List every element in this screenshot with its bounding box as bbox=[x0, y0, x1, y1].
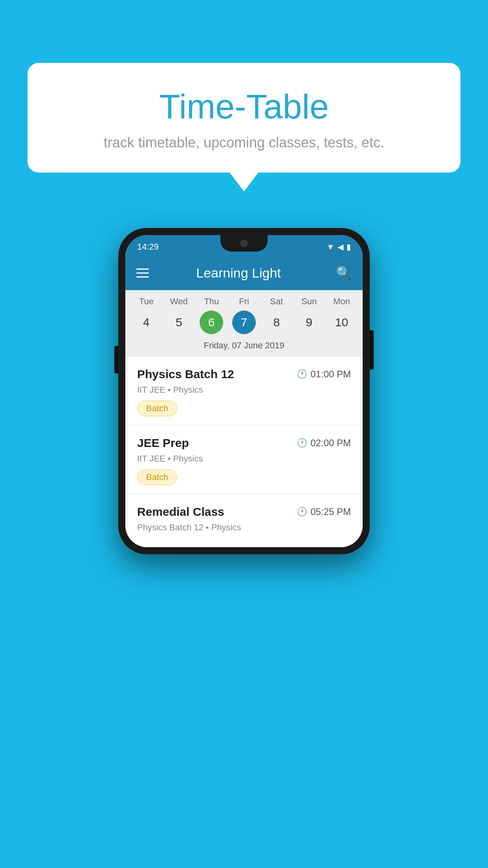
item-time: 🕐01:00 PM bbox=[297, 369, 351, 380]
menu-icon[interactable] bbox=[136, 268, 149, 278]
day-name: Wed bbox=[170, 296, 188, 307]
speech-bubble: Time-Table track timetable, upcoming cla… bbox=[28, 63, 460, 173]
clock-icon: 🕐 bbox=[297, 507, 307, 517]
item-subtitle: IIT JEE • Physics bbox=[137, 454, 351, 464]
batch-tag: Batch bbox=[137, 469, 177, 485]
wifi-icon: ▼ bbox=[327, 243, 334, 252]
phone-mockup: 14:29 ▼ ◀ ▮ Learning Light 🔍 Tue bbox=[118, 228, 370, 554]
item-subtitle: IIT JEE • Physics bbox=[137, 385, 351, 395]
item-title: JEE Prep bbox=[137, 436, 189, 450]
clock-icon: 🕐 bbox=[297, 438, 307, 448]
schedule-item[interactable]: Remedial Class🕐05:25 PMPhysics Batch 12 … bbox=[125, 494, 363, 547]
days-header: Tue4Wed5Thu6Fri7Sat8Sun9Mon10 bbox=[125, 296, 363, 334]
day-col-sun[interactable]: Sun9 bbox=[294, 296, 325, 334]
item-title: Physics Batch 12 bbox=[137, 368, 234, 381]
day-number[interactable]: 10 bbox=[330, 311, 353, 334]
speech-bubble-wrapper: Time-Table track timetable, upcoming cla… bbox=[28, 63, 460, 173]
day-col-tue[interactable]: Tue4 bbox=[131, 296, 161, 334]
time-text: 05:25 PM bbox=[310, 506, 351, 517]
item-header: Physics Batch 12🕐01:00 PM bbox=[137, 368, 351, 381]
phone-notch bbox=[220, 235, 268, 252]
bubble-subtitle: track timetable, upcoming classes, tests… bbox=[59, 134, 429, 151]
day-number[interactable]: 8 bbox=[265, 311, 288, 334]
day-col-mon[interactable]: Mon10 bbox=[326, 296, 357, 334]
calendar-strip: Tue4Wed5Thu6Fri7Sat8Sun9Mon10 Friday, 07… bbox=[125, 290, 363, 357]
phone-outer: 14:29 ▼ ◀ ▮ Learning Light 🔍 Tue bbox=[118, 228, 370, 554]
battery-icon: ▮ bbox=[347, 242, 351, 252]
status-time: 14:29 bbox=[137, 242, 159, 252]
signal-icon: ◀ bbox=[338, 242, 343, 252]
day-col-thu[interactable]: Thu6 bbox=[196, 296, 227, 334]
schedule-item[interactable]: Physics Batch 12🕐01:00 PMIIT JEE • Physi… bbox=[125, 357, 363, 425]
status-icons: ▼ ◀ ▮ bbox=[327, 242, 351, 252]
day-col-sat[interactable]: Sat8 bbox=[261, 296, 292, 334]
schedule-item[interactable]: JEE Prep🕐02:00 PMIIT JEE • PhysicsBatch bbox=[125, 425, 363, 494]
app-bar: Learning Light 🔍 bbox=[125, 256, 363, 290]
batch-tag: Batch bbox=[137, 401, 177, 416]
day-col-wed[interactable]: Wed5 bbox=[163, 296, 194, 334]
day-number[interactable]: 5 bbox=[167, 311, 191, 334]
selected-date-label: Friday, 07 June 2019 bbox=[125, 334, 363, 357]
item-header: Remedial Class🕐05:25 PM bbox=[137, 505, 351, 519]
day-name: Tue bbox=[139, 296, 154, 307]
item-title: Remedial Class bbox=[137, 505, 224, 519]
day-name: Fri bbox=[239, 296, 249, 307]
search-icon[interactable]: 🔍 bbox=[336, 265, 352, 280]
app-title: Learning Light bbox=[150, 265, 327, 281]
time-text: 02:00 PM bbox=[310, 438, 351, 449]
day-name: Sat bbox=[270, 296, 283, 307]
clock-icon: 🕐 bbox=[297, 369, 307, 379]
item-time: 🕐05:25 PM bbox=[297, 506, 351, 517]
day-number[interactable]: 9 bbox=[297, 311, 321, 334]
day-name: Thu bbox=[204, 296, 219, 307]
item-time: 🕐02:00 PM bbox=[297, 438, 351, 449]
camera bbox=[240, 240, 248, 247]
time-text: 01:00 PM bbox=[310, 369, 351, 380]
day-col-fri[interactable]: Fri7 bbox=[229, 296, 259, 334]
phone-screen: 14:29 ▼ ◀ ▮ Learning Light 🔍 Tue bbox=[125, 235, 363, 547]
day-number[interactable]: 4 bbox=[134, 311, 158, 334]
day-number[interactable]: 6 bbox=[200, 311, 223, 334]
day-name: Mon bbox=[333, 296, 350, 307]
bubble-title: Time-Table bbox=[59, 86, 429, 127]
day-name: Sun bbox=[301, 296, 317, 307]
item-header: JEE Prep🕐02:00 PM bbox=[137, 436, 351, 450]
item-subtitle: Physics Batch 12 • Physics bbox=[137, 522, 351, 533]
day-number[interactable]: 7 bbox=[232, 311, 256, 334]
schedule-list: Physics Batch 12🕐01:00 PMIIT JEE • Physi… bbox=[125, 357, 363, 547]
